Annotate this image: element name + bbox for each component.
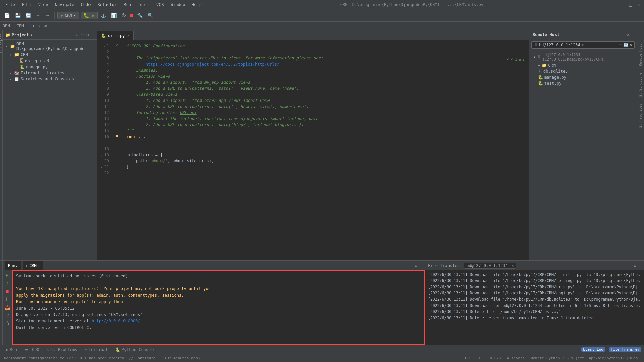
run-tab-close[interactable]: ✕ (38, 263, 40, 268)
transfer-output[interactable]: [2022/6/30 13:11] Download file '/home/b… (425, 270, 644, 345)
breadcrumb-orm[interactable]: ORM (3, 24, 10, 28)
run-dump-icon[interactable]: 📤 (4, 305, 10, 310)
transfer-host-selector[interactable]: bd@127.0.0.1:1234 ✕ (464, 263, 516, 269)
remote-settings-icon[interactable]: ⚙ (627, 32, 629, 37)
favorites-strip-label[interactable]: 2: Favorites (639, 104, 642, 128)
toolbar-settings[interactable]: 🔧 (135, 12, 144, 19)
nav-down-icon[interactable]: ∨ (522, 57, 525, 62)
tab-close-button[interactable]: ✕ (127, 33, 130, 38)
remote-crm-folder[interactable]: ▸ 📁 CRM (531, 62, 635, 68)
tab-terminal[interactable]: ⌨ Terminal (81, 345, 111, 354)
event-log-badge[interactable]: Event Log (581, 347, 605, 352)
file-transfer-badge[interactable]: File Transfer (609, 347, 641, 352)
run-settings-icon[interactable]: ⚙ (415, 263, 417, 268)
tab-label: urls.py (108, 33, 125, 38)
tree-folder-crm[interactable]: ▾ 📁 CRM (3, 52, 97, 58)
menu-run[interactable]: Run (121, 2, 134, 8)
code-line-2 (126, 49, 129, 55)
tab-problems[interactable]: ⚠ 6: Problems (43, 345, 81, 354)
run-print-icon[interactable]: 🖨 (5, 313, 10, 318)
code-line-4[interactable]: https://docs.djangoproject.com/en/3.2/to… (126, 61, 279, 67)
run-pause-icon[interactable]: ⏸ (5, 296, 10, 302)
menu-help[interactable]: Help (189, 2, 204, 8)
remote-root[interactable]: ▾ 🖥 bd@127.0.0.1:1234 (127.0.0.1/home/bd… (531, 52, 635, 62)
toolbar-attach-debugger[interactable]: ⚓ (99, 12, 108, 19)
remote-layout-icon[interactable]: ⚏ (618, 43, 622, 47)
project-strip-label[interactable]: 1: Project (0, 34, 3, 54)
transfer-settings-icon[interactable]: ⚙ (634, 263, 636, 268)
code-content[interactable]: """CRM URL Configuration The `urlpattern… (122, 40, 529, 260)
toolbar-save[interactable]: 💾 (13, 12, 22, 19)
run-stop-icon[interactable]: ■ (6, 288, 8, 294)
crm-run-config[interactable]: ▶ CRM ▾ (57, 12, 79, 19)
tree-file-db[interactable]: ▸ 🗄 db.sqlite3 (3, 58, 97, 64)
fold-21[interactable]: ▸ (101, 165, 103, 170)
remote-minimize-icon[interactable]: — (631, 32, 633, 37)
maximize-button[interactable]: □ (628, 2, 633, 7)
menu-file[interactable]: File (3, 2, 18, 8)
tab-python-console[interactable]: 🐍 Python Console (112, 345, 159, 354)
status-encoding[interactable]: UTF-8 (488, 356, 502, 360)
menu-tools[interactable]: Tools (135, 2, 152, 8)
remote-host-strip-label[interactable]: Remote Host (639, 44, 642, 66)
toolbar-search[interactable]: 🔍 (146, 12, 155, 19)
remote-db[interactable]: 🗄 db.sqlite3 (531, 68, 635, 74)
toolbar-back[interactable]: ← (34, 12, 42, 19)
debug-icon[interactable]: 🐛 (82, 13, 90, 18)
toolbar-coverage[interactable]: 📊 (109, 12, 118, 19)
run-icon[interactable]: ▶ (91, 13, 96, 18)
remote-host-panel: Remote Host ⚙ — 🖥 bd@127.0.0.1:1234 ▾ … … (529, 30, 637, 260)
run-tab-crm[interactable]: ▶ CRM ✕ (23, 261, 43, 270)
tab-urls-py[interactable]: 🐍 urls.py ✕ (97, 31, 134, 40)
menu-refactor[interactable]: Refactor (95, 2, 119, 8)
tab-run[interactable]: ▶ Run (3, 345, 21, 354)
deployment-text: Deployment configuration to 127.0.0.1 ha… (4, 356, 200, 360)
remote-close-icon[interactable]: ✕ (630, 43, 632, 47)
sidebar-scope-icon[interactable]: ⊕ (76, 32, 79, 37)
status-position[interactable]: 18:1 (463, 356, 475, 360)
menu-code[interactable]: Code (78, 2, 94, 8)
dev-server-link[interactable]: http://0.0.0.0:8000/ (92, 319, 140, 323)
status-indent[interactable]: 4 spaces (506, 356, 526, 360)
menu-navigate[interactable]: Navigate (52, 2, 77, 8)
tree-scratches[interactable]: ▸ 📋 Scratches and Consoles (3, 76, 97, 82)
sidebar-close-icon[interactable]: — (91, 32, 94, 37)
menu-view[interactable]: View (36, 2, 51, 8)
toolbar-sync[interactable]: 🔄 (24, 12, 33, 19)
status-lf[interactable]: LF (478, 356, 485, 360)
sidebar-layout-icon[interactable]: ⚏ (80, 32, 84, 37)
remote-refresh-icon[interactable]: 🔄 (623, 43, 629, 47)
transfer-host-close[interactable]: ✕ (511, 263, 514, 268)
breadcrumb-file[interactable]: urls.py (30, 24, 47, 28)
remote-test[interactable]: 🐍 test.py (531, 80, 635, 86)
toolbar-profile[interactable]: ⏱ (120, 12, 128, 19)
run-restart-icon[interactable]: ▶ (6, 272, 8, 278)
tab-todo[interactable]: ☰ TODO (21, 345, 43, 354)
nav-up-icon[interactable]: ∧ (519, 57, 521, 62)
toolbar-stop[interactable]: ■ (129, 13, 134, 18)
sidebar-dropdown-icon[interactable]: ▾ (30, 33, 33, 37)
run-output[interactable]: System check identified no issues (0 sil… (12, 270, 425, 345)
run-minimize-icon[interactable]: — (420, 263, 422, 268)
breadcrumb-crm[interactable]: CRM (16, 24, 24, 28)
tree-external-libs[interactable]: ▸ 📚 External Libraries (3, 70, 97, 76)
tree-root-orm[interactable]: ▾ 📁 ORM D:\programme\Python\DjangoWe (3, 41, 97, 52)
sidebar-settings-icon[interactable]: ⚙ (86, 32, 89, 37)
fold-1[interactable]: ▾ (103, 44, 105, 49)
fold-19[interactable]: ▾ (101, 153, 103, 158)
remote-more-icon[interactable]: … (615, 43, 617, 47)
menu-edit[interactable]: Edit (19, 2, 34, 8)
toolbar-forward[interactable]: → (43, 12, 51, 19)
run-delete-icon[interactable]: 🗑 (5, 321, 10, 326)
tree-file-manage[interactable]: ▸ 🐍 manage.py (3, 64, 97, 70)
close-button[interactable]: ✕ (636, 2, 641, 7)
transfer-minimize-icon[interactable]: — (639, 263, 641, 268)
minimize-button[interactable]: — (619, 2, 625, 7)
remote-connection-selector[interactable]: 🖥 bd@127.0.0.1:1234 ▾ … ⚏ 🔄 ✕ (531, 41, 635, 49)
remote-manage[interactable]: 🐍 manage.py (531, 74, 635, 80)
toolbar-new-file[interactable]: 📄 (3, 12, 12, 19)
run-scroll-up-icon[interactable]: ↑ (6, 280, 8, 286)
menu-window[interactable]: Window (168, 2, 188, 8)
menu-vcs[interactable]: VCS (154, 2, 167, 8)
structure-strip-label[interactable]: 2: Structure (639, 73, 642, 97)
